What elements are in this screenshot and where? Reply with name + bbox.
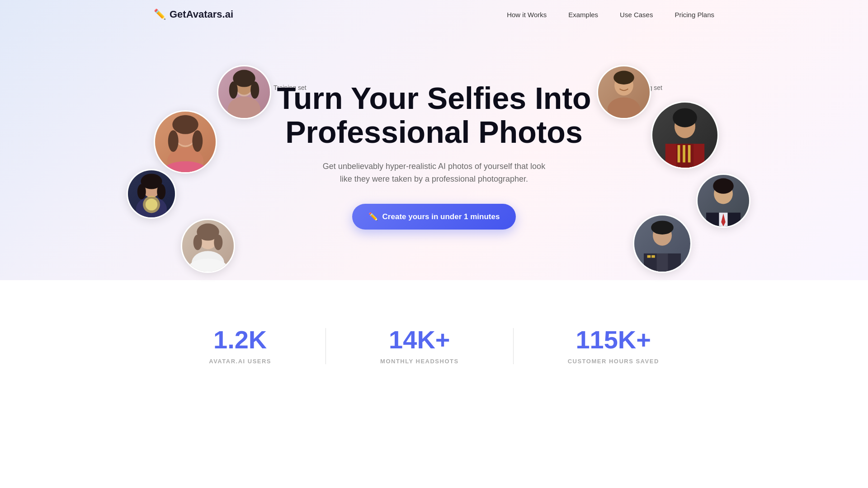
svg-point-12	[168, 130, 179, 152]
nav-how-it-works[interactable]: How it Works	[507, 11, 547, 19]
stat-hours-number: 115K+	[576, 327, 651, 352]
nav-pricing-plans[interactable]: Pricing Plans	[675, 11, 714, 19]
svg-rect-55	[652, 223, 672, 229]
svg-point-41	[673, 108, 697, 127]
svg-rect-40	[688, 145, 691, 162]
svg-point-29	[214, 235, 222, 250]
logo[interactable]: ✏️ GetAvatars.ai	[154, 9, 233, 20]
avatar-left-mid	[127, 169, 176, 219]
svg-rect-53	[651, 255, 655, 258]
logo-icon: ✏️	[154, 9, 166, 20]
hero-title: Turn Your Selfies Into Professional Phot…	[277, 81, 591, 149]
svg-point-13	[192, 130, 203, 152]
stats-section: 1.2K AVATAR.AI USERS 14K+ MONTHLY HEADSH…	[0, 300, 868, 401]
stat-hours: 115K+ CUSTOMER HOURS SAVED	[514, 327, 713, 365]
nav-examples[interactable]: Examples	[568, 11, 598, 19]
svg-point-22	[157, 184, 165, 199]
navbar: ✏️ GetAvatars.ai How it Works Examples U…	[0, 0, 868, 29]
nav-links: How it Works Examples Use Cases Pricing …	[507, 11, 714, 19]
cta-label: Create yours in under 1 minutes	[382, 212, 500, 221]
cta-button[interactable]: ✏️ Create yours in under 1 minutes	[352, 204, 516, 230]
svg-point-5	[229, 81, 238, 99]
stat-users: 1.2K AVATAR.AI USERS	[155, 327, 326, 365]
stat-headshots-label: MONTHLY HEADSHOTS	[380, 358, 459, 365]
avatar-bottom-left	[181, 219, 235, 273]
logo-text: GetAvatars.ai	[170, 9, 233, 20]
avatar-right-large	[651, 101, 719, 169]
stat-headshots: 14K+ MONTHLY HEADSHOTS	[326, 327, 513, 365]
svg-point-6	[250, 81, 259, 99]
nav-use-cases[interactable]: Use Cases	[620, 11, 653, 19]
stat-headshots-number: 14K+	[389, 327, 450, 352]
avatar-top-right-small	[597, 65, 651, 119]
svg-point-28	[193, 235, 202, 250]
svg-rect-39	[683, 145, 685, 162]
hero-section: ↙ Training set Training set ↘	[0, 29, 868, 291]
stat-users-label: AVATAR.AI USERS	[209, 358, 271, 365]
svg-point-11	[172, 115, 198, 134]
svg-rect-38	[678, 145, 680, 162]
avatar-top-left-small	[217, 65, 271, 119]
stat-users-number: 1.2K	[213, 327, 267, 352]
cta-icon: ✏️	[368, 212, 378, 221]
avatar-right-mid	[696, 174, 750, 228]
avatar-left-large	[154, 110, 217, 174]
hero-subtitle: Get unbelievably hyper-realistic AI phot…	[321, 160, 547, 186]
svg-rect-51	[657, 253, 668, 272]
svg-point-47	[713, 178, 734, 194]
svg-point-19	[146, 198, 157, 210]
hero-content: Turn Your Selfies Into Professional Phot…	[277, 81, 591, 230]
svg-point-33	[613, 71, 634, 84]
avatar-bottom-right	[633, 214, 692, 273]
stat-hours-label: CUSTOMER HOURS SAVED	[568, 358, 659, 365]
svg-point-21	[137, 184, 146, 199]
svg-rect-52	[647, 255, 651, 258]
